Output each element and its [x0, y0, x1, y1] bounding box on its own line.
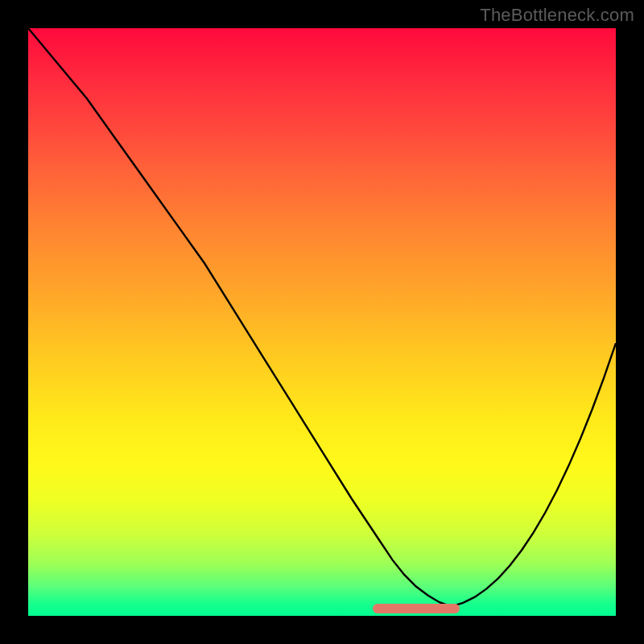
left-curve: [28, 28, 452, 606]
curve-layer: [28, 28, 616, 616]
pink-band-marker: [373, 604, 460, 613]
watermark-text: TheBottleneck.com: [480, 5, 634, 26]
plot-area: [28, 28, 616, 616]
chart-frame: TheBottleneck.com: [0, 0, 644, 644]
right-curve: [452, 343, 616, 606]
